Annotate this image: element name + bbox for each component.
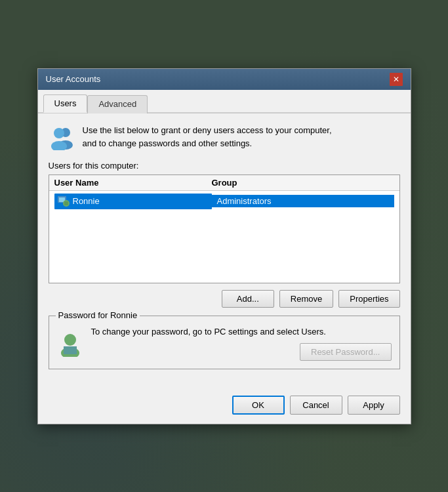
- dialog-title: User Accounts: [46, 74, 101, 84]
- svg-point-2: [54, 128, 64, 138]
- users-icon: [49, 124, 75, 150]
- reset-password-button: Reset Password...: [300, 343, 392, 361]
- tab-advanced[interactable]: Advanced: [87, 95, 148, 113]
- remove-button[interactable]: Remove: [279, 290, 333, 308]
- table-header: User Name Group: [49, 175, 399, 191]
- svg-point-8: [64, 334, 76, 346]
- ok-button[interactable]: OK: [232, 396, 285, 415]
- users-section-label: Users for this computer:: [49, 161, 400, 171]
- info-section: Use the list below to grant or deny user…: [49, 124, 400, 150]
- title-bar: User Accounts ✕: [38, 69, 411, 90]
- password-content: To change your password, go to PC settin…: [57, 327, 392, 361]
- password-text-col: To change your password, go to PC settin…: [91, 327, 392, 361]
- cancel-button[interactable]: Cancel: [290, 396, 342, 415]
- info-text: Use the list below to grant or deny user…: [83, 124, 332, 150]
- tab-users[interactable]: Users: [43, 94, 88, 113]
- users-table: User Name Group Ronnie: [49, 174, 400, 283]
- properties-button[interactable]: Properties: [338, 290, 399, 308]
- password-icon: [57, 331, 83, 357]
- password-group-label: Password for Ronnie: [56, 310, 140, 320]
- cell-username: Ronnie: [54, 194, 212, 209]
- tab-content: Use the list below to grant or deny user…: [38, 113, 411, 390]
- password-text: To change your password, go to PC settin…: [91, 327, 392, 337]
- add-button[interactable]: Add...: [222, 290, 274, 308]
- col-header-group: Group: [212, 178, 394, 188]
- close-button[interactable]: ✕: [390, 73, 403, 86]
- col-header-username: User Name: [54, 178, 212, 188]
- svg-rect-7: [64, 201, 68, 205]
- user-row-icon: [57, 195, 70, 208]
- table-body: Ronnie Administrators: [49, 191, 399, 283]
- table-row[interactable]: Ronnie Administrators: [49, 191, 399, 212]
- user-action-buttons: Add... Remove Properties: [49, 290, 400, 308]
- apply-button[interactable]: Apply: [348, 396, 400, 415]
- cell-group: Administrators: [212, 195, 394, 207]
- svg-rect-10: [64, 346, 77, 354]
- dialog-user-accounts: User Accounts ✕ Users Advanced: [37, 68, 411, 424]
- dialog-buttons: OK Cancel Apply: [38, 390, 411, 424]
- password-group: Password for Ronnie To change your passw…: [49, 316, 400, 369]
- tab-bar: Users Advanced: [38, 90, 411, 113]
